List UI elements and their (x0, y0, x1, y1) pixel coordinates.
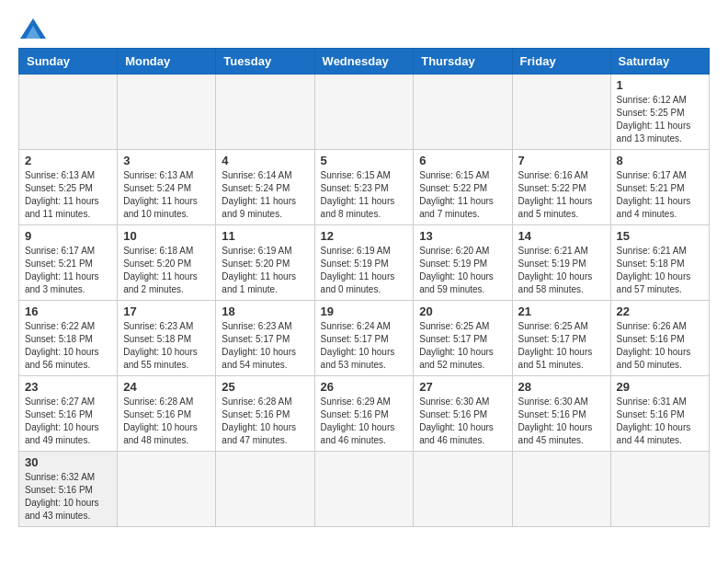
day-number: 6 (419, 154, 506, 167)
calendar-day (610, 452, 709, 527)
day-number: 11 (222, 229, 308, 243)
day-number: 17 (123, 304, 210, 318)
day-number: 5 (321, 154, 408, 167)
day-info: Sunrise: 6:12 AM Sunset: 5:25 PM Dayligh… (617, 94, 703, 145)
day-info: Sunrise: 6:13 AM Sunset: 5:24 PM Dayligh… (123, 169, 210, 221)
day-info: Sunrise: 6:29 AM Sunset: 5:16 PM Dayligh… (321, 396, 408, 447)
day-number: 18 (222, 304, 308, 318)
day-info: Sunrise: 6:30 AM Sunset: 5:16 PM Dayligh… (419, 396, 506, 447)
calendar-day: 23Sunrise: 6:27 AM Sunset: 5:16 PM Dayli… (19, 376, 118, 452)
calendar-day: 11Sunrise: 6:19 AM Sunset: 5:20 PM Dayli… (216, 225, 314, 301)
calendar-day: 24Sunrise: 6:28 AM Sunset: 5:16 PM Dayli… (118, 376, 216, 452)
day-number: 30 (25, 455, 111, 469)
calendar-week-1: 1Sunrise: 6:12 AM Sunset: 5:25 PM Daylig… (19, 75, 710, 150)
calendar-header: SundayMondayTuesdayWednesdayThursdayFrid… (19, 49, 710, 75)
calendar-day: 2Sunrise: 6:13 AM Sunset: 5:25 PM Daylig… (19, 150, 118, 225)
calendar-week-4: 16Sunrise: 6:22 AM Sunset: 5:18 PM Dayli… (19, 301, 710, 376)
day-info: Sunrise: 6:22 AM Sunset: 5:18 PM Dayligh… (25, 320, 111, 372)
calendar-day: 12Sunrise: 6:19 AM Sunset: 5:19 PM Dayli… (314, 225, 414, 301)
day-number: 8 (617, 154, 703, 167)
weekday-header-friday: Friday (512, 49, 610, 75)
calendar-day (118, 75, 216, 150)
day-number: 14 (518, 229, 605, 243)
day-info: Sunrise: 6:15 AM Sunset: 5:23 PM Dayligh… (321, 169, 408, 221)
calendar-day: 19Sunrise: 6:24 AM Sunset: 5:17 PM Dayli… (314, 301, 414, 376)
calendar-day (314, 452, 414, 527)
day-number: 29 (617, 380, 703, 394)
logo-icon (20, 18, 46, 39)
calendar-day: 1Sunrise: 6:12 AM Sunset: 5:25 PM Daylig… (610, 75, 709, 150)
calendar-day (19, 75, 118, 150)
calendar-week-5: 23Sunrise: 6:27 AM Sunset: 5:16 PM Dayli… (19, 376, 710, 452)
day-number: 7 (518, 154, 605, 167)
calendar-body: 1Sunrise: 6:12 AM Sunset: 5:25 PM Daylig… (19, 75, 710, 527)
calendar-day (414, 452, 512, 527)
day-number: 28 (518, 380, 605, 394)
day-info: Sunrise: 6:26 AM Sunset: 5:16 PM Dayligh… (617, 320, 703, 372)
calendar-week-3: 9Sunrise: 6:17 AM Sunset: 5:21 PM Daylig… (19, 225, 710, 301)
day-number: 12 (321, 229, 408, 243)
weekday-header-monday: Monday (118, 49, 216, 75)
day-number: 21 (518, 304, 605, 318)
day-info: Sunrise: 6:25 AM Sunset: 5:17 PM Dayligh… (518, 320, 605, 372)
day-info: Sunrise: 6:23 AM Sunset: 5:18 PM Dayligh… (123, 320, 210, 372)
calendar-day: 8Sunrise: 6:17 AM Sunset: 5:21 PM Daylig… (610, 150, 709, 225)
calendar-day (118, 452, 216, 527)
calendar-day (314, 75, 414, 150)
calendar-day: 29Sunrise: 6:31 AM Sunset: 5:16 PM Dayli… (610, 376, 709, 452)
calendar-day: 21Sunrise: 6:25 AM Sunset: 5:17 PM Dayli… (512, 301, 610, 376)
calendar-day: 3Sunrise: 6:13 AM Sunset: 5:24 PM Daylig… (118, 150, 216, 225)
calendar-day: 15Sunrise: 6:21 AM Sunset: 5:18 PM Dayli… (610, 225, 709, 301)
calendar-day: 17Sunrise: 6:23 AM Sunset: 5:18 PM Dayli… (118, 301, 216, 376)
calendar-day: 25Sunrise: 6:28 AM Sunset: 5:16 PM Dayli… (216, 376, 314, 452)
calendar-day: 14Sunrise: 6:21 AM Sunset: 5:19 PM Dayli… (512, 225, 610, 301)
day-info: Sunrise: 6:23 AM Sunset: 5:17 PM Dayligh… (222, 320, 308, 372)
logo-text (18, 18, 46, 39)
calendar-day: 27Sunrise: 6:30 AM Sunset: 5:16 PM Dayli… (414, 376, 512, 452)
day-number: 24 (123, 380, 210, 394)
calendar-day: 4Sunrise: 6:14 AM Sunset: 5:24 PM Daylig… (216, 150, 314, 225)
weekday-row: SundayMondayTuesdayWednesdayThursdayFrid… (19, 49, 710, 75)
day-info: Sunrise: 6:25 AM Sunset: 5:17 PM Dayligh… (419, 320, 506, 372)
weekday-header-saturday: Saturday (610, 49, 709, 75)
day-info: Sunrise: 6:13 AM Sunset: 5:25 PM Dayligh… (25, 169, 111, 221)
day-info: Sunrise: 6:30 AM Sunset: 5:16 PM Dayligh… (518, 396, 605, 447)
day-number: 9 (25, 229, 111, 243)
calendar-day: 26Sunrise: 6:29 AM Sunset: 5:16 PM Dayli… (314, 376, 414, 452)
calendar-day: 6Sunrise: 6:15 AM Sunset: 5:22 PM Daylig… (414, 150, 512, 225)
day-info: Sunrise: 6:24 AM Sunset: 5:17 PM Dayligh… (321, 320, 408, 372)
day-number: 23 (25, 380, 111, 394)
day-number: 15 (617, 229, 703, 243)
weekday-header-sunday: Sunday (19, 49, 118, 75)
day-info: Sunrise: 6:19 AM Sunset: 5:19 PM Dayligh… (321, 245, 408, 296)
day-number: 10 (123, 229, 210, 243)
weekday-header-tuesday: Tuesday (216, 49, 314, 75)
day-info: Sunrise: 6:19 AM Sunset: 5:20 PM Dayligh… (222, 245, 308, 296)
day-info: Sunrise: 6:27 AM Sunset: 5:16 PM Dayligh… (25, 396, 111, 447)
day-info: Sunrise: 6:17 AM Sunset: 5:21 PM Dayligh… (25, 245, 111, 296)
calendar-day: 18Sunrise: 6:23 AM Sunset: 5:17 PM Dayli… (216, 301, 314, 376)
calendar-week-6: 30Sunrise: 6:32 AM Sunset: 5:16 PM Dayli… (19, 452, 710, 527)
day-info: Sunrise: 6:21 AM Sunset: 5:18 PM Dayligh… (617, 245, 703, 296)
calendar-day (512, 452, 610, 527)
day-info: Sunrise: 6:28 AM Sunset: 5:16 PM Dayligh… (222, 396, 308, 447)
day-number: 3 (123, 154, 210, 167)
calendar-day: 9Sunrise: 6:17 AM Sunset: 5:21 PM Daylig… (19, 225, 118, 301)
calendar-day: 5Sunrise: 6:15 AM Sunset: 5:23 PM Daylig… (314, 150, 414, 225)
day-info: Sunrise: 6:16 AM Sunset: 5:22 PM Dayligh… (518, 169, 605, 221)
day-number: 26 (321, 380, 408, 394)
day-number: 27 (419, 380, 506, 394)
logo (18, 18, 46, 39)
day-number: 22 (617, 304, 703, 318)
calendar-day: 28Sunrise: 6:30 AM Sunset: 5:16 PM Dayli… (512, 376, 610, 452)
weekday-header-thursday: Thursday (414, 49, 512, 75)
calendar-day: 10Sunrise: 6:18 AM Sunset: 5:20 PM Dayli… (118, 225, 216, 301)
calendar-day (216, 452, 314, 527)
page-header (18, 18, 710, 39)
calendar-table: SundayMondayTuesdayWednesdayThursdayFrid… (18, 48, 710, 527)
day-number: 13 (419, 229, 506, 243)
calendar-day (414, 75, 512, 150)
calendar-day: 30Sunrise: 6:32 AM Sunset: 5:16 PM Dayli… (19, 452, 118, 527)
calendar-day: 20Sunrise: 6:25 AM Sunset: 5:17 PM Dayli… (414, 301, 512, 376)
weekday-header-wednesday: Wednesday (314, 49, 414, 75)
